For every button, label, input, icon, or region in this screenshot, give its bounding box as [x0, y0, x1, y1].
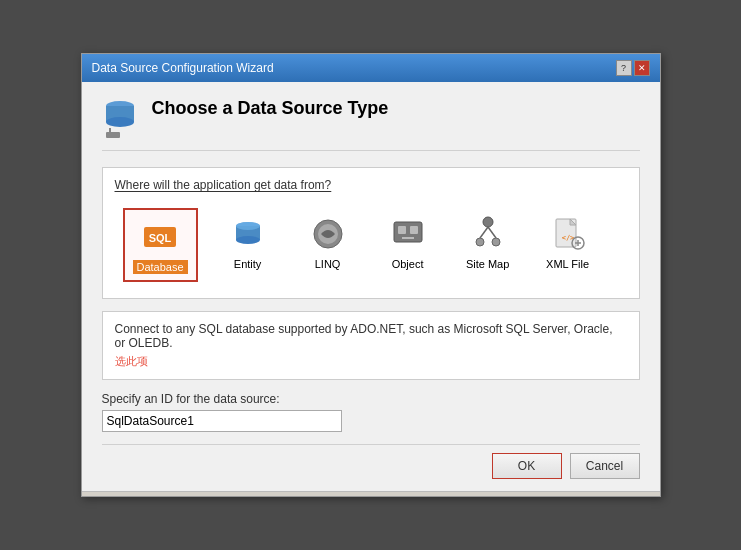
svg-point-21: [492, 238, 500, 246]
header-section: Choose a Data Source Type: [102, 98, 640, 151]
linq-icon: [310, 216, 346, 252]
select-link[interactable]: 选此项: [115, 355, 148, 367]
datasource-object[interactable]: Object: [378, 208, 438, 276]
question-label: Where will the application get data from…: [115, 178, 627, 192]
datasource-wizard-icon: [102, 98, 138, 138]
database-label: Database: [133, 260, 188, 274]
status-bar: [82, 491, 660, 496]
description-text: Connect to any SQL database supported by…: [115, 322, 627, 350]
database-icon-area: SQL: [140, 216, 180, 256]
svg-text:SQL: SQL: [149, 232, 172, 244]
datasource-entity[interactable]: Entity: [218, 208, 278, 276]
datasource-id-input[interactable]: [102, 410, 342, 432]
entity-icon-area: [228, 214, 268, 254]
object-icon-area: [388, 214, 428, 254]
ok-button[interactable]: OK: [492, 453, 562, 479]
svg-line-18: [480, 227, 488, 238]
linq-label: LINQ: [315, 258, 341, 270]
entity-label: Entity: [234, 258, 262, 270]
svg-line-19: [488, 227, 496, 238]
entity-icon: [230, 216, 266, 252]
datasource-database[interactable]: SQL Database: [123, 208, 198, 282]
dialog-content: Choose a Data Source Type Where will the…: [82, 82, 660, 491]
title-bar: Data Source Configuration Wizard ? ✕: [82, 54, 660, 82]
help-button[interactable]: ?: [616, 60, 632, 76]
sitemap-icon-area: [468, 214, 508, 254]
cancel-button[interactable]: Cancel: [570, 453, 640, 479]
svg-point-20: [476, 238, 484, 246]
data-source-options: SQL Database Entity: [115, 202, 627, 288]
button-row: OK Cancel: [102, 444, 640, 479]
title-bar-controls: ? ✕: [616, 60, 650, 76]
id-label: Specify an ID for the data source:: [102, 392, 640, 406]
xmlfile-label: XML File: [546, 258, 589, 270]
object-label: Object: [392, 258, 424, 270]
question-section: Where will the application get data from…: [102, 167, 640, 299]
wizard-icon: [102, 98, 138, 138]
description-section: Connect to any SQL database supported by…: [102, 311, 640, 380]
database-icon: SQL: [141, 217, 179, 255]
linq-icon-area: [308, 214, 348, 254]
datasource-xmlfile[interactable]: </> XML File: [538, 208, 598, 276]
xmlfile-icon: </>: [550, 216, 586, 252]
svg-rect-14: [398, 226, 406, 234]
id-section: Specify an ID for the data source:: [102, 392, 640, 444]
object-icon: [390, 216, 426, 252]
svg-rect-15: [410, 226, 418, 234]
svg-point-9: [236, 236, 260, 244]
page-title: Choose a Data Source Type: [152, 98, 389, 119]
datasource-sitemap[interactable]: Site Map: [458, 208, 518, 276]
sitemap-icon: [470, 216, 506, 252]
svg-rect-4: [106, 132, 120, 138]
datasource-linq[interactable]: LINQ: [298, 208, 358, 276]
xmlfile-icon-area: </>: [548, 214, 588, 254]
close-button[interactable]: ✕: [634, 60, 650, 76]
sitemap-label: Site Map: [466, 258, 509, 270]
dialog-title: Data Source Configuration Wizard: [92, 61, 274, 75]
svg-point-17: [483, 217, 493, 227]
svg-point-2: [106, 117, 134, 127]
svg-point-10: [236, 222, 260, 230]
dialog-window: Data Source Configuration Wizard ? ✕: [81, 53, 661, 497]
header-text: Choose a Data Source Type: [152, 98, 389, 119]
